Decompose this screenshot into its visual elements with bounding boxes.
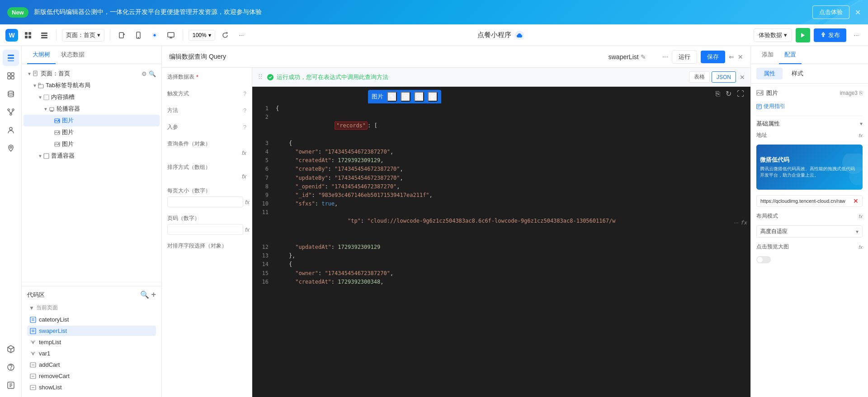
query-close-button[interactable]: ✕ — [738, 53, 743, 61]
preview-toggle[interactable] — [756, 256, 771, 263]
copy-result-button[interactable]: ⎘ — [715, 89, 721, 99]
right-tab-config[interactable]: 配置 — [779, 46, 802, 64]
code-item-showlist[interactable]: showList — [27, 382, 156, 392]
sidebar-item-help[interactable] — [3, 359, 19, 375]
query-more-button[interactable]: ··· — [662, 53, 668, 61]
right-subtab-props[interactable]: 属性 — [756, 68, 783, 79]
sidebar-item-layers[interactable] — [3, 50, 19, 66]
help-icon-params[interactable]: ? — [243, 124, 246, 131]
tab-json[interactable]: JSON — [712, 71, 736, 83]
tree-item-image-2[interactable]: ▼ 图片 — [24, 126, 160, 138]
query-editor-body: 选择数据表 * 触发方式 ? 方法 — [162, 68, 750, 397]
url-clear-button[interactable]: ✕ — [853, 197, 859, 205]
page-num-fx[interactable]: fx — [245, 226, 250, 233]
tree-item-normal-container[interactable]: ▼ 普通容器 — [24, 150, 160, 162]
refresh-button[interactable] — [219, 29, 231, 42]
help-link[interactable]: 使用指引 — [756, 103, 863, 110]
list-view-button[interactable] — [38, 29, 51, 42]
svg-rect-5 — [41, 35, 47, 36]
page-num-input[interactable] — [167, 224, 243, 235]
copy-component-id-button[interactable]: ⎘ — [859, 90, 863, 96]
tab-table[interactable]: 表格 — [689, 71, 710, 83]
banner-close-button[interactable]: ✕ — [855, 8, 861, 17]
search-icon-root[interactable]: 🔍 — [149, 70, 156, 77]
query-collapse-button[interactable]: ⇐ — [729, 53, 734, 61]
experience-button[interactable]: 点击体验 — [812, 5, 849, 19]
preview-fx-button[interactable]: fx — [859, 244, 863, 250]
img-duplicate-icon[interactable]: ⊞ — [414, 92, 424, 102]
settings-button[interactable] — [148, 29, 161, 42]
tree-item-content-slot[interactable]: ▼ 内容插槽 — [24, 91, 160, 103]
code-item-addcart[interactable]: addCart — [27, 360, 156, 370]
img-delete-icon[interactable]: 🗑 — [428, 92, 438, 102]
sidebar-item-location[interactable] — [3, 140, 19, 156]
grid-view-button[interactable] — [22, 29, 34, 42]
code-item-removecart[interactable]: removeCart — [27, 371, 156, 381]
publish-button[interactable]: 发布 — [814, 28, 846, 42]
sidebar-item-packages[interactable] — [3, 341, 19, 357]
img-edit-icon[interactable]: ✎ — [387, 92, 397, 102]
svg-rect-22 — [11, 73, 14, 75]
layout-value-display[interactable]: 高度自适应 ▾ — [756, 225, 863, 238]
experience-data-label: 体验数据 — [759, 31, 782, 39]
page-size-input[interactable] — [167, 196, 243, 207]
desktop-view-button[interactable] — [165, 29, 177, 42]
tree-item-image-1[interactable]: ▼ 图片 — [24, 115, 160, 126]
drag-handle-icon[interactable]: ⠿ — [258, 73, 263, 81]
image-icon-2 — [54, 130, 60, 135]
sidebar-item-history-local[interactable] — [3, 377, 19, 393]
query-save-button[interactable]: 保存 — [701, 51, 725, 63]
svg-rect-19 — [8, 57, 14, 59]
tree-item-carousel[interactable]: ▼ 轮播容器 — [24, 103, 160, 115]
query-run-button[interactable]: 运行 — [672, 50, 697, 64]
fullscreen-result-button[interactable]: ⛶ — [736, 89, 745, 99]
query-condition-fx[interactable]: fx — [242, 149, 246, 156]
page-size-fx[interactable]: fx — [245, 199, 250, 206]
tab-outline[interactable]: 大纲树 — [27, 46, 56, 64]
sidebar-item-users[interactable] — [3, 122, 19, 138]
code-add-button[interactable]: + — [151, 290, 156, 299]
sidebar-item-components[interactable] — [3, 68, 19, 84]
address-prop-label: 地址 — [756, 131, 767, 139]
more-options-button[interactable]: ··· — [235, 29, 248, 42]
sort-label-row: 排序方式（数组） — [167, 163, 246, 171]
refresh-result-button[interactable]: ↻ — [725, 89, 732, 99]
layout-fx-button[interactable]: fx — [859, 214, 863, 219]
add-page-button[interactable] — [116, 29, 128, 42]
right-subtab-style[interactable]: 样式 — [784, 68, 811, 79]
tree-item-tab-nav[interactable]: ▼ Tab标签导航布局 — [24, 79, 160, 91]
sidebar-item-flow[interactable] — [3, 104, 19, 120]
code-item-var1[interactable]: var1 — [27, 348, 156, 359]
address-fx-button[interactable]: fx — [859, 133, 863, 138]
sort-fx[interactable]: fx — [242, 173, 246, 180]
tab-state-data[interactable]: 状态数据 — [56, 46, 90, 64]
tree-item-image-3[interactable]: ▼ 图片 — [24, 138, 160, 150]
settings-icon-root[interactable]: ⚙ — [142, 70, 147, 77]
code-item-templist[interactable]: tempList — [27, 337, 156, 347]
line11-fx[interactable]: fx — [741, 219, 747, 227]
result-close-button[interactable]: ✕ — [740, 74, 745, 81]
zoom-selector[interactable]: 100% ▾ — [189, 30, 215, 41]
img-copy-icon[interactable]: ⧉ — [401, 92, 410, 102]
line11-more-button[interactable]: ··· — [734, 219, 739, 227]
page-selector[interactable]: 页面：首页 ▾ — [62, 29, 104, 42]
experience-data-button[interactable]: 体验数据 ▾ — [754, 28, 792, 42]
phone-view-button[interactable] — [132, 29, 145, 42]
preview-run-button[interactable] — [796, 28, 810, 42]
more-menu-button[interactable]: ··· — [850, 29, 863, 42]
tree-item-root[interactable]: ▼ 页面：首页 ⚙ 🔍 — [24, 68, 160, 79]
help-icon-method[interactable]: ? — [243, 107, 246, 114]
sidebar-item-datasource[interactable] — [3, 86, 19, 102]
right-tab-add[interactable]: 添加 — [756, 46, 779, 64]
help-icon-trigger[interactable]: ? — [243, 91, 246, 97]
expand-chevron-icon[interactable]: ▾ — [860, 121, 863, 127]
svg-point-26 — [8, 109, 9, 111]
query-name-edit-icon[interactable]: ✎ — [641, 53, 646, 61]
code-item-catetorylist[interactable]: catetoryList — [27, 314, 156, 325]
code-item-swaperlist[interactable]: swaperList — [27, 326, 156, 336]
book-icon — [756, 104, 762, 109]
svg-point-28 — [10, 113, 12, 115]
tree-label-image-2: 图片 — [62, 128, 74, 136]
top-banner: New 新版低代码编辑器公测中，一体化云开发平台更便捷管理开发资源，欢迎参与体验… — [0, 0, 868, 24]
code-search-button[interactable]: 🔍 — [140, 290, 149, 299]
